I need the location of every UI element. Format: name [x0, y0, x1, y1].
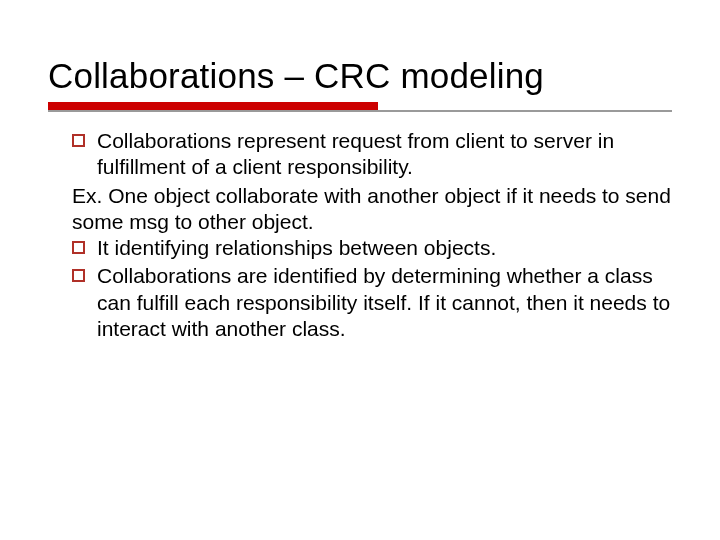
slide: Collaborations – CRC modeling Collaborat…: [0, 0, 720, 540]
slide-body: Collaborations represent request from cl…: [48, 128, 672, 342]
title-rule-red: [48, 102, 378, 110]
title-rule: [48, 102, 672, 114]
list-item-text: It identifying relationships between obj…: [97, 235, 672, 261]
slide-title: Collaborations – CRC modeling: [48, 56, 672, 96]
bullet-square-icon: [72, 134, 85, 147]
bullet-square-icon: [72, 241, 85, 254]
list-item-text: Collaborations represent request from cl…: [97, 128, 672, 181]
list-item-text: Collaborations are identified by determi…: [97, 263, 672, 342]
list-item: It identifying relationships between obj…: [48, 235, 672, 261]
bullet-square-icon: [72, 269, 85, 282]
list-item: Collaborations represent request from cl…: [48, 128, 672, 181]
title-rule-grey: [48, 110, 672, 112]
list-item-text: Ex. One object collaborate with another …: [72, 184, 671, 233]
list-item: Collaborations are identified by determi…: [48, 263, 672, 342]
list-item: Ex. One object collaborate with another …: [48, 183, 672, 236]
